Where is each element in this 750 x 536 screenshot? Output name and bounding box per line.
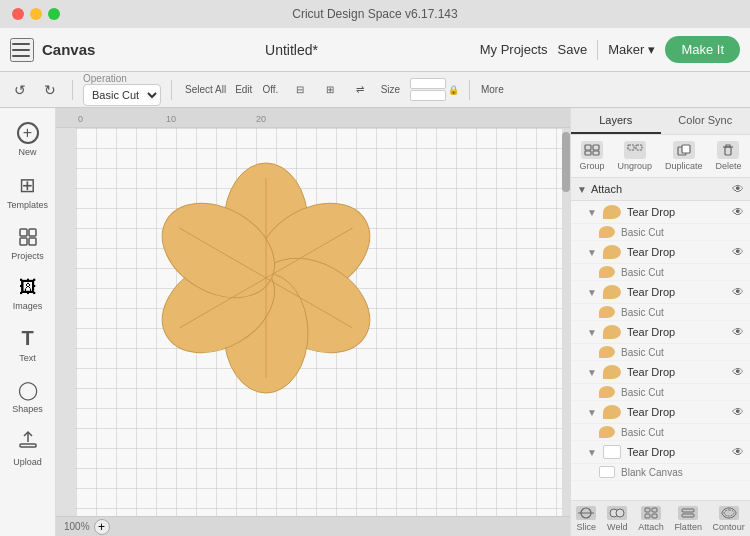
svg-rect-30 — [682, 145, 690, 153]
operation-select[interactable]: Basic Cut — [83, 84, 161, 106]
layer-chevron-5[interactable]: ▼ — [587, 407, 597, 418]
layer-chevron-6[interactable]: ▼ — [587, 447, 597, 458]
svg-rect-31 — [725, 147, 731, 155]
layer-info-6: Tear Drop — [627, 446, 726, 458]
duplicate-icon — [673, 141, 695, 159]
layer-info-0: Tear Drop — [627, 206, 726, 218]
offset-button[interactable]: Off. — [258, 78, 282, 102]
width-input[interactable] — [410, 78, 446, 89]
layer-chevron-3[interactable]: ▼ — [587, 327, 597, 338]
align-button[interactable]: ⊟ — [288, 78, 312, 102]
attach-chevron[interactable]: ▼ — [577, 184, 587, 195]
tab-layers[interactable]: Layers — [571, 108, 661, 134]
sidebar-item-text[interactable]: T Text — [4, 321, 52, 369]
maker-button[interactable]: Maker ▾ — [608, 42, 655, 57]
layer-eye-4[interactable]: 👁 — [732, 365, 744, 379]
minimize-button[interactable] — [30, 8, 42, 20]
operation-label: Operation — [83, 73, 161, 84]
layer-eye-3[interactable]: 👁 — [732, 325, 744, 339]
main-content: + New ⊞ Templates Projects 🖼 Images T Te… — [0, 108, 750, 536]
sidebar-item-new[interactable]: + New — [4, 116, 52, 163]
weld-button[interactable]: Weld — [607, 506, 627, 532]
sub-thumb-4 — [599, 386, 615, 398]
ungroup-button[interactable]: Ungroup — [613, 139, 656, 173]
sub-thumb-5 — [599, 426, 615, 438]
svg-rect-25 — [585, 151, 591, 155]
sidebar-item-upload[interactable]: Upload — [4, 424, 52, 473]
duplicate-button[interactable]: Duplicate — [661, 139, 707, 173]
right-panel: Layers Color Sync Group Ungroup — [570, 108, 750, 536]
svg-rect-4 — [20, 444, 36, 447]
flatten-icon — [678, 506, 698, 520]
sidebar-item-images[interactable]: 🖼 Images — [4, 271, 52, 317]
size-button[interactable]: Size — [378, 78, 402, 102]
scrollbar-thumb[interactable] — [562, 132, 570, 192]
layer-chevron-0[interactable]: ▼ — [587, 207, 597, 218]
layer-item-0[interactable]: ▼ Tear Drop 👁 — [571, 201, 750, 224]
layer-item-2[interactable]: ▼ Tear Drop 👁 — [571, 281, 750, 304]
bottom-panel: Slice Weld Attach Flatten — [571, 500, 750, 536]
contour-button[interactable]: Contour — [713, 506, 745, 532]
save-button[interactable]: Save — [558, 42, 588, 57]
layer-item-3[interactable]: ▼ Tear Drop 👁 — [571, 321, 750, 344]
layer-thumb-0 — [603, 205, 621, 219]
canvas-grid[interactable]: .petal { fill: #e8b86d; stroke: #c9994a;… — [76, 128, 570, 516]
layer-item-1[interactable]: ▼ Tear Drop 👁 — [571, 241, 750, 264]
layer-info-3: Tear Drop — [627, 326, 726, 338]
sidebar-item-templates[interactable]: ⊞ Templates — [4, 167, 52, 216]
fullscreen-button[interactable] — [48, 8, 60, 20]
toolbar-divider2 — [171, 80, 172, 100]
flip-button[interactable]: ⇌ — [348, 78, 372, 102]
layer-eye-2[interactable]: 👁 — [732, 285, 744, 299]
layer-sub-2: Basic Cut — [571, 304, 750, 321]
shapes-icon: ◯ — [18, 379, 38, 401]
svg-rect-39 — [652, 514, 657, 518]
sub-label-3: Basic Cut — [621, 347, 664, 358]
header-center: Untitled* — [111, 42, 471, 58]
undo-button[interactable]: ↺ — [8, 78, 32, 102]
canvas-scrollbar[interactable] — [562, 128, 570, 516]
panel-actions: Group Ungroup Duplicate Delete — [571, 135, 750, 178]
layer-eye-0[interactable]: 👁 — [732, 205, 744, 219]
layer-item-6[interactable]: ▼ Tear Drop 👁 — [571, 441, 750, 464]
redo-button[interactable]: ↻ — [38, 78, 62, 102]
group-icon — [581, 141, 603, 159]
delete-button[interactable]: Delete — [711, 139, 745, 173]
zoom-in-button[interactable]: + — [94, 519, 110, 535]
group-button[interactable]: Group — [575, 139, 608, 173]
app-title: Cricut Design Space v6.17.143 — [292, 7, 457, 21]
my-projects-button[interactable]: My Projects — [480, 42, 548, 57]
layer-chevron-4[interactable]: ▼ — [587, 367, 597, 378]
layer-item-4[interactable]: ▼ Tear Drop 👁 — [571, 361, 750, 384]
layer-item-5[interactable]: ▼ Tear Drop 👁 — [571, 401, 750, 424]
svg-rect-1 — [29, 229, 36, 236]
sidebar-item-shapes[interactable]: ◯ Shapes — [4, 373, 52, 420]
slice-button[interactable]: Slice — [576, 506, 596, 532]
attach-eye-icon[interactable]: 👁 — [732, 182, 744, 196]
edit-button[interactable]: Edit — [235, 78, 252, 102]
arrange-button[interactable]: ⊞ — [318, 78, 342, 102]
layer-eye-6[interactable]: 👁 — [732, 445, 744, 459]
layer-info-5: Tear Drop — [627, 406, 726, 418]
select-all-button[interactable]: Select All — [182, 78, 229, 102]
flatten-button[interactable]: Flatten — [674, 506, 702, 532]
close-button[interactable] — [12, 8, 24, 20]
height-input[interactable] — [410, 90, 446, 101]
layer-eye-1[interactable]: 👁 — [732, 245, 744, 259]
sidebar-item-projects[interactable]: Projects — [4, 220, 52, 267]
layer-thumb-6 — [603, 445, 621, 459]
menu-button[interactable] — [10, 38, 34, 62]
svg-rect-38 — [645, 514, 650, 518]
sub-label-0: Basic Cut — [621, 227, 664, 238]
zoom-value: 100% — [64, 521, 90, 532]
layer-thumb-5 — [603, 405, 621, 419]
images-icon: 🖼 — [19, 277, 37, 298]
make-it-button[interactable]: Make It — [665, 36, 740, 63]
layer-chevron-1[interactable]: ▼ — [587, 247, 597, 258]
attach-bottom-button[interactable]: Attach — [638, 506, 664, 532]
tab-color-sync[interactable]: Color Sync — [661, 108, 751, 134]
layer-chevron-2[interactable]: ▼ — [587, 287, 597, 298]
layer-thumb-4 — [603, 365, 621, 379]
layer-eye-5[interactable]: 👁 — [732, 405, 744, 419]
more-button[interactable]: More — [480, 78, 504, 102]
